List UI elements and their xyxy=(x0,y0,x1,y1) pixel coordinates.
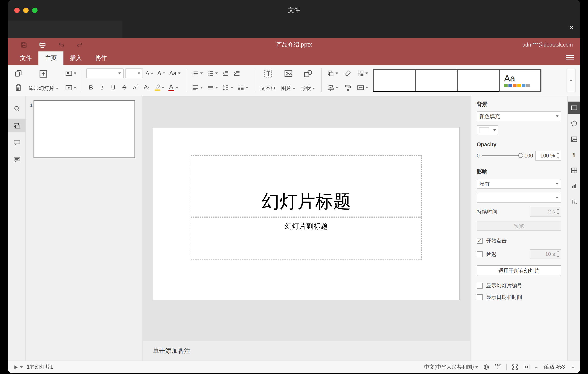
tab-insert[interactable]: 插入 xyxy=(63,51,88,65)
apply-to-all-slides-button[interactable]: 适用于所有幻灯片 xyxy=(477,265,561,276)
paintbrush-icon xyxy=(344,84,351,91)
undo-button[interactable] xyxy=(58,41,65,48)
spinner-icon[interactable] xyxy=(556,153,560,159)
textart-settings-icon[interactable]: Ta xyxy=(568,196,580,208)
clear-style-button[interactable] xyxy=(343,67,353,79)
chevron-down-icon xyxy=(493,129,496,131)
effect-type-select[interactable] xyxy=(477,193,561,203)
duration-input[interactable]: 2 s xyxy=(530,207,561,217)
chart-settings-icon[interactable] xyxy=(568,180,580,192)
decrease-font-button[interactable]: A xyxy=(156,67,167,79)
numbered-list-button[interactable] xyxy=(206,67,219,79)
start-on-click-checkbox[interactable]: ✓ xyxy=(477,238,483,244)
window-minimize-traffic[interactable] xyxy=(23,8,29,13)
tab-collaboration[interactable]: 协作 xyxy=(88,51,114,65)
tab-home[interactable]: 主页 xyxy=(38,51,63,65)
theme-option-1[interactable] xyxy=(373,69,415,91)
slide-thumbnail[interactable] xyxy=(33,100,135,158)
paste-button[interactable] xyxy=(13,82,23,93)
redo-button[interactable] xyxy=(76,41,84,48)
window-close-traffic[interactable] xyxy=(14,8,20,13)
slide-settings-icon[interactable] xyxy=(568,101,580,114)
opacity-slider-knob[interactable] xyxy=(518,153,523,158)
font-name-select[interactable] xyxy=(86,68,124,78)
shape-settings-icon[interactable] xyxy=(568,117,580,129)
vertical-align-button[interactable] xyxy=(206,82,219,93)
slide[interactable]: 幻灯片标题 幻灯片副标题 xyxy=(153,127,460,300)
strikethrough-button[interactable]: S xyxy=(119,82,129,93)
notes-area[interactable]: 单击添加备注 xyxy=(143,341,470,361)
zoom-out-button[interactable]: − xyxy=(535,364,537,370)
theme-gallery-expand-button[interactable] xyxy=(567,69,576,92)
copy-button[interactable] xyxy=(13,67,23,79)
search-icon[interactable] xyxy=(8,101,25,115)
bold-button[interactable]: B xyxy=(86,82,96,93)
theme-option-3[interactable] xyxy=(457,69,499,91)
spellcheck-button[interactable]: ABC ✓ xyxy=(494,364,501,370)
subtitle-placeholder[interactable]: 幻灯片副标题 xyxy=(191,217,422,260)
effect-select[interactable]: 没有 xyxy=(477,179,561,189)
increase-font-button[interactable]: A xyxy=(144,67,155,79)
fit-to-slide-button[interactable] xyxy=(511,364,518,370)
underline-button[interactable]: U xyxy=(108,82,118,93)
superscript-button[interactable]: A2 xyxy=(131,82,140,93)
delay-input[interactable]: 10 s xyxy=(530,249,561,259)
copy-style-button[interactable] xyxy=(343,82,353,93)
theme-option-2[interactable] xyxy=(415,69,457,91)
show-slide-number-row: ✓ 显示幻灯片编号 xyxy=(477,282,561,289)
spinner-icon[interactable] xyxy=(556,209,560,215)
opacity-input[interactable]: 100 % xyxy=(535,151,561,161)
slides-panel-icon[interactable] xyxy=(8,119,25,132)
horizontal-align-button[interactable] xyxy=(190,82,204,93)
text-language-button[interactable]: 中文(中华人民共和国) xyxy=(424,364,478,370)
arrange-shapes-button[interactable] xyxy=(326,67,340,79)
spinner-icon[interactable] xyxy=(556,251,560,257)
change-case-button[interactable]: Aa xyxy=(168,67,182,79)
slide-size-button[interactable] xyxy=(356,82,370,93)
subscript-button[interactable]: A2 xyxy=(142,82,152,93)
fit-to-width-button[interactable] xyxy=(523,364,530,370)
insert-image-button[interactable]: 图片 xyxy=(279,67,298,93)
preview-slideshow-button[interactable] xyxy=(64,82,77,93)
preview-button[interactable]: 预览 xyxy=(477,221,561,231)
zoom-in-button[interactable]: + xyxy=(572,364,575,370)
background-fill-select[interactable]: 颜色填充 xyxy=(477,111,561,121)
document-language-button[interactable] xyxy=(483,364,490,370)
window-maximize-traffic[interactable] xyxy=(32,8,38,13)
paragraph-settings-icon[interactable]: ¶ xyxy=(568,149,580,161)
highlight-color-button[interactable] xyxy=(153,82,166,93)
theme-option-selected[interactable]: Aa xyxy=(499,69,541,91)
text-box-button[interactable]: 文本框 xyxy=(258,67,278,93)
show-date-time-checkbox[interactable]: ✓ xyxy=(477,294,483,300)
color-scheme-button[interactable] xyxy=(356,67,370,79)
title-placeholder[interactable]: 幻灯片标题 xyxy=(191,155,422,217)
slide-layout-button[interactable] xyxy=(64,67,77,79)
close-icon[interactable]: × xyxy=(569,23,574,32)
line-spacing-button[interactable] xyxy=(221,82,235,93)
decrease-indent-button[interactable] xyxy=(221,67,231,79)
table-settings-icon[interactable] xyxy=(568,164,580,176)
tab-file[interactable]: 文件 xyxy=(13,51,38,65)
background-color-select[interactable] xyxy=(477,125,498,135)
show-slide-number-checkbox[interactable]: ✓ xyxy=(477,283,483,288)
plus-icon: + xyxy=(572,364,575,370)
image-settings-icon[interactable] xyxy=(568,133,580,145)
columns-button[interactable] xyxy=(236,82,250,93)
align-shapes-button[interactable] xyxy=(326,82,340,93)
start-slideshow-status-button[interactable] xyxy=(13,364,23,370)
add-slide-button[interactable]: 添加幻灯片 xyxy=(26,67,61,93)
font-color-button[interactable]: A xyxy=(167,82,179,93)
menu-icon[interactable] xyxy=(566,55,574,60)
insert-shape-button[interactable]: 形状 xyxy=(299,67,317,93)
print-button[interactable] xyxy=(39,41,46,48)
save-button[interactable] xyxy=(21,41,27,48)
italic-button[interactable]: I xyxy=(97,82,107,93)
font-size-select[interactable] xyxy=(125,68,143,78)
chat-icon[interactable] xyxy=(8,153,25,166)
delay-checkbox[interactable]: ✓ xyxy=(477,251,483,257)
background-label: 背景 xyxy=(477,101,561,108)
increase-indent-button[interactable] xyxy=(232,67,242,79)
comments-icon[interactable] xyxy=(8,136,25,149)
opacity-slider[interactable] xyxy=(482,155,522,156)
bullet-list-button[interactable] xyxy=(190,67,204,79)
